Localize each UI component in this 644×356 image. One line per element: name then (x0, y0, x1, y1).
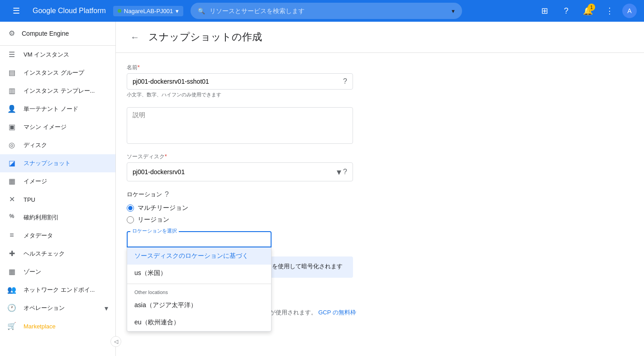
location-select-input[interactable] (133, 236, 265, 243)
description-textarea-wrapper (127, 107, 353, 144)
sidebar-item-metadata[interactable]: ≡ メタデータ (0, 227, 115, 245)
multi-region-radio[interactable] (127, 204, 134, 212)
location-radio-group: マルチリージョン リージョン (127, 204, 512, 224)
sidebar-item-instance-templates[interactable]: ▥ インスタンス テンプレー... (0, 82, 115, 100)
location-dropdown-menu: ソースディスクのロケーションに基づく us（米国） Other location… (127, 247, 272, 332)
compute-engine-icon: ⚙ (7, 29, 16, 38)
header-icons: ⊞ ? 🔔 1 ⋮ A (535, 2, 637, 20)
source-disk-label: ソースディスク* (127, 153, 512, 161)
source-disk-select-wrapper: pj001-dockersrv01 ▾ ? (127, 162, 353, 181)
sidebar-label-committed-use: 確約利用割引 (24, 214, 108, 222)
location-help-icon[interactable]: ? (165, 190, 169, 199)
snapshots-icon: ◪ (7, 159, 16, 168)
instance-groups-icon: ▤ (7, 68, 16, 77)
multi-region-label: マルチリージョン (138, 204, 188, 212)
sidebar-item-disks[interactable]: ◎ ディスク (0, 136, 115, 154)
name-help-icon[interactable]: ? (343, 77, 347, 85)
name-field: 名前* ? 小文字、数字、ハイフンのみ使用できます (127, 64, 512, 98)
name-label: 名前* (127, 64, 512, 71)
notification-badge: 1 (588, 4, 595, 11)
region-radio[interactable] (127, 216, 134, 223)
grid-icon: ⊞ (541, 6, 548, 16)
source-disk-field: ソースディスク* pj001-dockersrv01 ▾ ? (127, 153, 512, 181)
dropdown-option-eu[interactable]: eu（欧州連合） (127, 314, 271, 331)
committed-use-icon: % (7, 213, 16, 222)
back-arrow-icon: ← (130, 32, 139, 43)
sidebar-item-vm-instances[interactable]: ☰ VM インスタンス (0, 46, 115, 64)
sidebar-item-snapshots[interactable]: ◪ スナップショット (0, 154, 115, 172)
sidebar-title: Compute Engine (22, 30, 69, 37)
region-option[interactable]: リージョン (127, 216, 512, 224)
sidebar-label-tpu: TPU (24, 196, 108, 203)
network-endpoints-icon: 👥 (7, 285, 16, 294)
location-select-field[interactable]: ロケーションを選択 (127, 231, 272, 247)
search-input[interactable] (210, 7, 447, 14)
marketplace-icon: 🛒 (7, 322, 16, 331)
avatar[interactable]: A (622, 4, 637, 18)
more-options-button[interactable]: ⋮ (601, 2, 619, 20)
name-required-marker: * (138, 64, 140, 71)
vm-instances-icon: ☰ (7, 50, 16, 59)
sidebar-label-network-endpoints: ネットワーク エンドポイ... (24, 286, 108, 294)
dropdown-us-label: us（米国） (134, 269, 167, 276)
sidebar-label-operations: オペレーション (24, 304, 97, 312)
sidebar-label-marketplace: Marketplace (24, 323, 108, 330)
sidebar-item-marketplace[interactable]: 🛒 Marketplace (0, 317, 115, 335)
sidebar-item-committed-use[interactable]: % 確約利用割引 (0, 209, 115, 227)
sidebar-item-images[interactable]: ▦ イメージ (0, 172, 115, 190)
sidebar-label-instance-groups: インスタンス グループ (24, 69, 108, 77)
dropdown-divider (127, 284, 271, 284)
search-bar[interactable]: 🔍 ▾ (191, 3, 462, 19)
name-input[interactable] (133, 78, 339, 85)
sidebar-item-instance-groups[interactable]: ▤ インスタンス グループ (0, 64, 115, 82)
chevron-down-icon: ▾ (176, 8, 179, 14)
sidebar-label-machine-images: マシン イメージ (24, 123, 108, 131)
form-container: 名前* ? 小文字、数字、ハイフンのみ使用できます ソースディスク* pj001… (116, 53, 523, 328)
region-label: リージョン (138, 216, 169, 224)
description-textarea[interactable] (133, 111, 347, 138)
sidebar-item-health-checks[interactable]: ✚ ヘルスチェック (0, 245, 115, 263)
location-section: ロケーション ? マルチリージョン リージョン ロケーションを選択 (127, 190, 512, 247)
notification-wrapper: 🔔 1 (579, 2, 597, 20)
top-header: ☰ Google Cloud Platform NagareLAB-PJ001 … (0, 0, 644, 22)
sidebar-label-images: イメージ (24, 177, 108, 185)
gcp-free-tier-link[interactable]: GCP の無料枠 (318, 309, 356, 316)
dropdown-option-asia[interactable]: asia（アジア太平洋） (127, 297, 271, 314)
main-content: ← スナップショットの作成 名前* ? 小文字、数字、ハイフンのみ使用できます … (116, 22, 644, 356)
sole-tenant-icon: 👤 (7, 104, 16, 114)
project-selector[interactable]: NagareLAB-PJ001 ▾ (113, 6, 183, 16)
source-disk-select[interactable]: pj001-dockersrv01 (133, 168, 337, 176)
search-expand-icon: ▾ (452, 8, 455, 14)
location-select-floating-label: ロケーションを選択 (130, 228, 179, 234)
tpu-icon: ✕ (7, 195, 16, 204)
metadata-icon: ≡ (7, 231, 16, 240)
grid-icon-button[interactable]: ⊞ (535, 2, 553, 20)
sidebar-item-operations[interactable]: 🕐 オペレーション ▾ (0, 299, 115, 317)
zones-icon: ▦ (7, 267, 16, 276)
search-icon: 🔍 (198, 8, 205, 14)
multi-region-option[interactable]: マルチリージョン (127, 204, 512, 212)
project-status-dot (118, 9, 121, 13)
sidebar-label-zones: ゾーン (24, 268, 108, 276)
more-icon: ⋮ (606, 6, 614, 16)
sidebar-item-tpu[interactable]: ✕ TPU (0, 190, 115, 209)
dropdown-option-us[interactable]: us（米国） (127, 265, 271, 282)
sidebar-item-machine-images[interactable]: ▣ マシン イメージ (0, 118, 115, 136)
back-button[interactable]: ← (127, 29, 143, 45)
project-name: NagareLAB-PJ001 (124, 8, 173, 14)
operations-icon: 🕐 (7, 304, 16, 313)
sidebar-item-zones[interactable]: ▦ ゾーン (0, 263, 115, 281)
help-icon: ? (564, 6, 568, 16)
description-field (127, 107, 512, 144)
disks-icon: ◎ (7, 141, 16, 150)
sidebar-collapse-button[interactable]: ◁ (110, 336, 116, 347)
sidebar-item-sole-tenant[interactable]: 👤 単一テナント ノード (0, 100, 115, 118)
source-disk-help-icon[interactable]: ? (343, 168, 347, 176)
sidebar-item-network-endpoints[interactable]: 👥 ネットワーク エンドポイ... (0, 281, 115, 299)
help-button[interactable]: ? (557, 2, 575, 20)
source-disk-required-marker: * (165, 153, 167, 160)
source-disk-dropdown-arrow: ▾ (337, 166, 341, 177)
dropdown-option-source[interactable]: ソースディスクのロケーションに基づく (127, 247, 271, 265)
sidebar-label-snapshots: スナップショット (24, 159, 108, 167)
menu-button[interactable]: ☰ (7, 2, 25, 20)
